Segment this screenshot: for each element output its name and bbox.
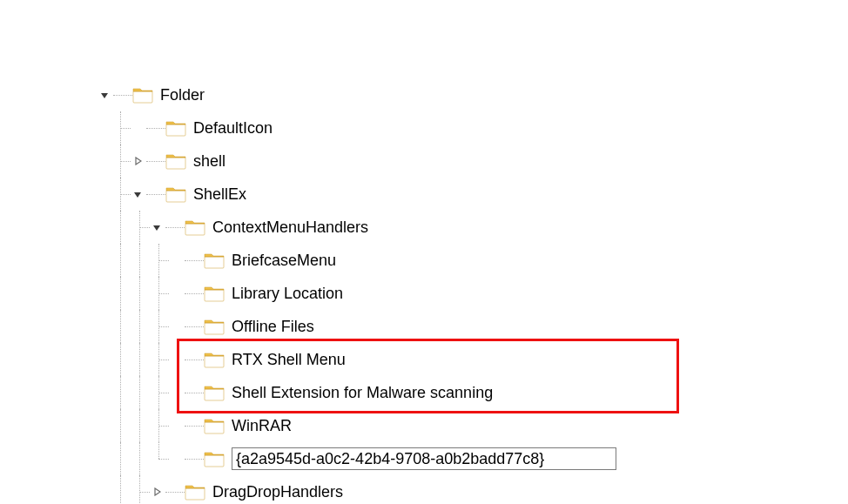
expand-toggle-open-icon[interactable]: [98, 88, 111, 102]
folder-icon: [185, 218, 205, 237]
tree-item-label: ContextMenuHandlers: [212, 211, 368, 244]
tree-item-briefcasemenu[interactable]: BriefcaseMenu: [0, 244, 848, 277]
tree-item-label: Folder: [160, 78, 205, 111]
tree-item-label: BriefcaseMenu: [232, 244, 336, 277]
folder-icon: [204, 284, 225, 303]
tree-item-label: Offline Files: [232, 310, 314, 343]
tree-item-label: WinRAR: [232, 409, 292, 442]
tree-item-malwarescanning[interactable]: Shell Extension for Malware scanning: [0, 376, 848, 409]
folder-icon: [185, 482, 205, 501]
tree-item-label: shell: [193, 144, 225, 178]
folder-icon: [165, 118, 186, 138]
rename-input[interactable]: [232, 447, 616, 470]
tree-item-label: DefaultIcon: [193, 111, 273, 144]
folder-icon: [204, 251, 225, 270]
folder-icon: [204, 317, 225, 336]
expand-toggle-closed-icon[interactable]: [131, 154, 145, 168]
tree-item-folder[interactable]: Folder: [0, 78, 848, 111]
folder-icon: [204, 350, 225, 369]
tree-item-label: Library Location: [232, 277, 343, 310]
expand-toggle-open-icon[interactable]: [131, 187, 145, 201]
tree-item-label: DragDropHandlers: [212, 475, 343, 504]
tree-item-shellex[interactable]: ShellEx: [0, 178, 848, 211]
tree-item-dragdrophandlers[interactable]: DragDropHandlers: [0, 475, 848, 504]
folder-icon: [165, 185, 186, 204]
folder-icon: [165, 151, 186, 171]
expand-toggle-open-icon[interactable]: [150, 220, 164, 234]
registry-tree[interactable]: Folder DefaultIcon shell ShellEx: [0, 0, 848, 504]
folder-icon: [204, 416, 225, 435]
tree-item-librarylocation[interactable]: Library Location: [0, 277, 848, 310]
folder-icon: [204, 383, 225, 402]
tree-item-contextmenuhandlers[interactable]: ContextMenuHandlers: [0, 211, 848, 244]
folder-icon: [132, 85, 153, 104]
tree-item-label: Shell Extension for Malware scanning: [232, 376, 493, 409]
tree-item-winrar[interactable]: WinRAR: [0, 409, 848, 442]
folder-icon: [204, 449, 225, 468]
tree-item-new-key[interactable]: [0, 442, 848, 475]
tree-item-defaulticon[interactable]: DefaultIcon: [0, 111, 848, 144]
tree-item-offlinefiles[interactable]: Offline Files: [0, 310, 848, 343]
tree-item-shell[interactable]: shell: [0, 144, 848, 178]
tree-item-label: ShellEx: [193, 178, 246, 211]
tree-item-rtxshellmenu[interactable]: RTX Shell Menu: [0, 343, 848, 376]
expand-toggle-closed-icon[interactable]: [150, 485, 164, 499]
tree-item-label: RTX Shell Menu: [232, 343, 346, 376]
